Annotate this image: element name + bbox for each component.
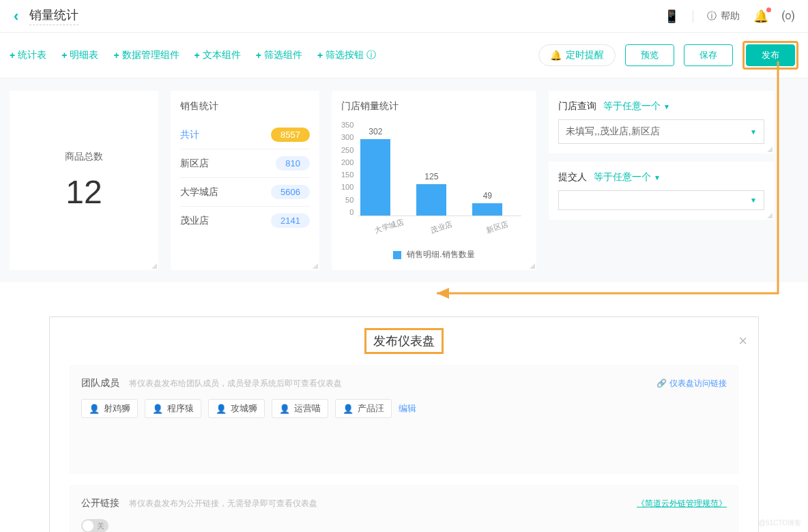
page-title[interactable]: 销量统计 [29, 7, 78, 25]
plus-icon: + [317, 50, 323, 61]
member-chip[interactable]: 👤运营喵 [272, 399, 328, 418]
stat-name: 大学城店 [180, 186, 218, 198]
member-chip[interactable]: 👤射鸡狮 [81, 399, 138, 418]
stat-value: 8557 [271, 128, 310, 142]
annotation-arrow [423, 41, 785, 300]
member-chip[interactable]: 👤产品汪 [335, 399, 392, 418]
add-3[interactable]: + 文本组件 [194, 49, 241, 61]
person-icon: 👤 [152, 404, 163, 414]
publish-modal: 发布仪表盘 × 团队成员 将仪表盘发布给团队成员，成员登录系统后即可查看仪表盘 … [49, 316, 759, 532]
member-chip[interactable]: 👤攻城狮 [208, 399, 265, 418]
plus-icon: + [256, 50, 261, 61]
stat-value: 5606 [271, 185, 310, 199]
stat-row[interactable]: 大学城店5606 [180, 177, 310, 206]
plus-icon: + [194, 50, 200, 61]
person-icon: 👤 [279, 404, 290, 414]
plus-icon: + [10, 50, 15, 61]
total-value: 12 [66, 173, 102, 211]
add-2[interactable]: + 数据管理组件 [113, 49, 179, 61]
legend-color-icon [393, 251, 401, 259]
public-section: 公开链接 将仪表盘发布为公开链接，无需登录即可查看仪表盘 《简道云外链管理规范》… [69, 485, 739, 532]
toggle-label: 关 [97, 521, 104, 531]
watermark: @51CTO博客 [759, 518, 801, 528]
card-sales-stats[interactable]: 销售统计 共计8557新区店810大学城店5606茂业店2141 [171, 91, 319, 270]
user-avatar-icon[interactable]: ⒪ [782, 8, 794, 25]
public-title: 公开链接 [81, 497, 119, 509]
mobile-icon[interactable]: 📱 [664, 9, 679, 24]
stat-value: 2141 [271, 213, 310, 228]
help-icon: ⓘ [366, 49, 376, 61]
stat-name: 茂业店 [180, 215, 209, 227]
divider [693, 10, 693, 23]
edit-members[interactable]: 编辑 [399, 402, 416, 415]
stat-row[interactable]: 新区店810 [180, 149, 310, 177]
person-icon: 👤 [216, 404, 227, 414]
stat-row[interactable]: 茂业店2141 [180, 206, 310, 235]
add-0[interactable]: + 统计表 [10, 49, 46, 61]
public-toggle[interactable]: 关 [81, 519, 727, 532]
back-button[interactable]: ‹ [14, 8, 18, 25]
card-product-total[interactable]: 商品总数 12 [10, 91, 158, 270]
stat-row[interactable]: 共计8557 [180, 121, 310, 149]
plus-icon: + [113, 50, 119, 61]
modal-title: 发布仪表盘 [364, 328, 444, 354]
help-label: 帮助 [721, 10, 740, 23]
dashboard-link[interactable]: 🔗 仪表盘访问链接 [656, 378, 727, 389]
bar[interactable]: 302 [358, 127, 393, 216]
stat-name: 共计 [180, 129, 199, 141]
svg-marker-0 [437, 288, 449, 299]
add-4[interactable]: + 筛选组件 [256, 49, 302, 61]
team-section: 团队成员 将仪表盘发布给团队成员，成员登录系统后即可查看仪表盘 🔗 仪表盘访问链… [69, 365, 739, 474]
link-icon: 🔗 [656, 379, 667, 388]
member-chip[interactable]: 👤程序猿 [145, 399, 201, 418]
add-1[interactable]: + 明细表 [61, 49, 98, 61]
plus-icon: + [61, 50, 67, 61]
person-icon: 👤 [89, 404, 100, 414]
notification-bell-icon[interactable]: 🔔 [753, 9, 768, 24]
help-button[interactable]: ⓘ 帮助 [707, 10, 740, 23]
team-title: 团队成员 [81, 377, 119, 389]
stat-value: 810 [276, 156, 310, 171]
rule-link[interactable]: 《简道云外链管理规范》 [637, 498, 727, 509]
close-icon[interactable]: × [738, 332, 747, 350]
person-icon: 👤 [343, 404, 354, 414]
add-5[interactable]: + 筛选按钮 ⓘ [317, 49, 376, 61]
help-icon: ⓘ [707, 10, 717, 23]
stats-title: 销售统计 [180, 100, 310, 113]
total-label: 商品总数 [65, 151, 103, 163]
public-desc: 将仪表盘发布为公开链接，无需登录即可查看仪表盘 [129, 498, 317, 509]
team-desc: 将仪表盘发布给团队成员，成员登录系统后即可查看仪表盘 [129, 378, 342, 389]
stat-name: 新区店 [180, 158, 209, 170]
